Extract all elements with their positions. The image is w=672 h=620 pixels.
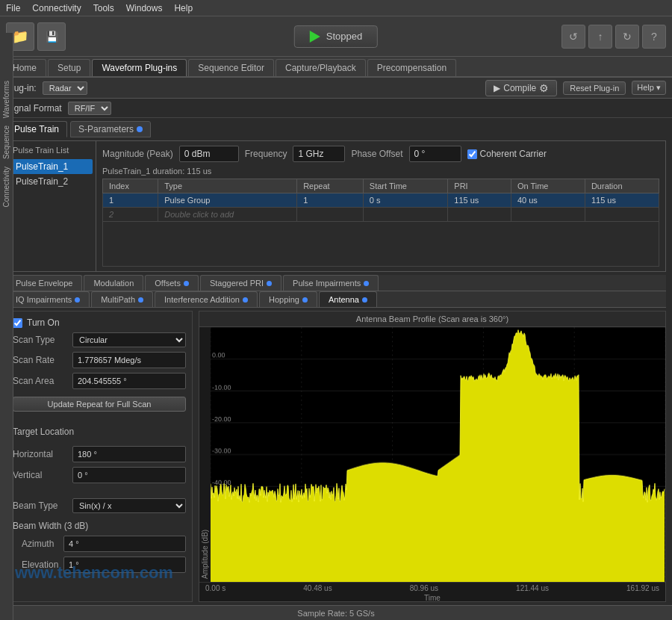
chart-plot — [211, 327, 665, 582]
horizontal-row: Horizontal — [13, 446, 186, 462]
left-tab-connectivity[interactable]: Connectivity — [1, 164, 12, 210]
tab-precompensation[interactable]: Precompensation — [367, 59, 456, 76]
scan-rate-input[interactable] — [72, 352, 186, 368]
compile-icon: ▶ — [494, 83, 500, 93]
cell-repeat-0: 1 — [297, 193, 364, 208]
btab-hopping[interactable]: Hopping — [259, 291, 317, 307]
btab-iq-impairments[interactable]: IQ Impairments — [6, 291, 90, 307]
status-text: Sample Rate: 5 GS/s — [297, 609, 374, 618]
menu-tools[interactable]: Tools — [87, 1, 120, 15]
col-duration: Duration — [585, 179, 659, 193]
reset-plugin-button[interactable]: Reset Plug-in — [563, 81, 626, 95]
btab-multipath[interactable]: MultiPath — [91, 291, 153, 307]
target-location-label: Target Location — [13, 427, 186, 437]
coherent-carrier-checkbox-label[interactable]: Coherent Carrier — [467, 149, 547, 159]
tab-s-parameters[interactable]: S-Parameters — [70, 121, 151, 137]
pulse-item-0[interactable]: PulseTrain_1 — [10, 159, 93, 174]
tab-setup[interactable]: Setup — [48, 59, 90, 76]
beam-width-label: Beam Width (3 dB) — [13, 521, 186, 531]
scan-area-label: Scan Area — [13, 376, 72, 386]
elevation-input[interactable] — [63, 557, 186, 573]
coherent-carrier-label: Coherent Carrier — [480, 149, 547, 159]
azimuth-label: Azimuth — [13, 539, 63, 549]
table-row-add[interactable]: 2 Double click to add — [103, 208, 659, 222]
left-tab-sequence[interactable]: Sequence — [1, 123, 12, 162]
plugin-bar: Plug-in: Radar ▶ Compile ⚙ Reset Plug-in… — [0, 78, 672, 99]
antenna-controls: Turn On Scan Type Circular Scan Rate Sca… — [6, 311, 193, 602]
signal-format-select[interactable]: RF/IF — [68, 102, 111, 115]
cell-pri-0: 115 us — [448, 193, 511, 208]
scan-rate-row: Scan Rate — [13, 352, 186, 368]
cell-dur-0: 115 us — [585, 193, 659, 208]
coherent-carrier-checkbox[interactable] — [467, 149, 477, 159]
menu-windows[interactable]: Windows — [120, 1, 169, 15]
frequency-label: Frequency — [245, 149, 287, 159]
x-tick-3: 121.44 us — [516, 584, 549, 592]
compile-button[interactable]: ▶ Compile ⚙ — [485, 80, 557, 96]
azimuth-input[interactable] — [63, 536, 186, 552]
tab-waveform-plugins[interactable]: Waveform Plug-ins — [92, 59, 187, 76]
hopping-dot — [302, 297, 308, 303]
play-icon — [310, 31, 320, 43]
frequency-input[interactable] — [293, 146, 345, 162]
scan-area-input[interactable] — [72, 373, 186, 389]
help-circle-button[interactable]: ? — [642, 25, 666, 49]
reset-button[interactable]: ↻ — [615, 25, 639, 49]
iq-dot — [75, 297, 80, 303]
scan-rate-label: Scan Rate — [13, 355, 72, 365]
pulse-table: Index Type Repeat Start Time PRI On Time… — [102, 179, 659, 222]
refresh-circle-button[interactable]: ↺ — [561, 25, 585, 49]
cell-start-0: 0 s — [363, 193, 447, 208]
magnitude-input[interactable] — [179, 146, 239, 162]
pulse-list-header: Pulse Train List — [10, 144, 93, 156]
turn-on-checkbox[interactable] — [13, 318, 22, 328]
btab-modulation[interactable]: Modulation — [84, 275, 143, 291]
scan-type-label: Scan Type — [13, 335, 72, 345]
signal-format-bar: Signal Format RF/IF — [0, 99, 672, 118]
cell-index-1: 2 — [103, 208, 158, 222]
help-button[interactable]: Help ▾ — [632, 81, 666, 95]
azimuth-row: Azimuth — [13, 536, 186, 552]
plugin-select[interactable]: Radar — [43, 81, 87, 95]
multipath-dot — [138, 297, 143, 303]
vertical-input[interactable] — [72, 467, 186, 483]
toolbar-right: ↺ ↑ ↻ ? — [561, 25, 666, 49]
col-pri: PRI — [448, 179, 511, 193]
arrow-up-button[interactable]: ↑ — [588, 25, 612, 49]
btab-pulse-envelope[interactable]: Pulse Envelope — [6, 275, 82, 291]
btab-antenna[interactable]: Antenna — [319, 291, 377, 307]
save-button[interactable]: 💾 — [37, 22, 66, 51]
table-row[interactable]: 1 Pulse Group 1 0 s 115 us 40 us 115 us — [103, 193, 659, 208]
antenna-chart-area: Antenna Beam Profile (Scan area is 360°)… — [199, 311, 666, 602]
phase-input[interactable] — [409, 146, 461, 162]
horizontal-label: Horizontal — [13, 449, 72, 459]
x-tick-4: 161.92 us — [626, 584, 659, 592]
menu-connectivity[interactable]: Connectivity — [26, 1, 87, 15]
stop-button[interactable]: Stopped — [294, 25, 378, 48]
col-on-time: On Time — [511, 179, 585, 193]
scan-type-row: Scan Type Circular — [13, 332, 186, 347]
left-tab-waveforms[interactable]: Waveforms — [1, 78, 12, 121]
col-repeat: Repeat — [297, 179, 364, 193]
magnitude-label: Magnitude (Peak) — [102, 149, 173, 159]
tab-sequence-editor[interactable]: Sequence Editor — [188, 59, 274, 76]
menu-help[interactable]: Help — [168, 1, 199, 15]
pulse-params-row: Magnitude (Peak) Frequency Phase Offset … — [102, 146, 659, 162]
compile-label: Compile — [503, 83, 536, 93]
beam-type-select[interactable]: Sin(x) / x — [72, 498, 186, 513]
btab-offsets[interactable]: Offsets — [145, 275, 199, 291]
tab-pulse-train[interactable]: Pulse Train — [6, 121, 67, 137]
cell-type-1[interactable]: Double click to add — [158, 208, 297, 222]
tab-capture-playback[interactable]: Capture/Playback — [276, 59, 366, 76]
pulse-item-1[interactable]: PulseTrain_2 — [10, 174, 93, 189]
chart-title: Antenna Beam Profile (Scan area is 360°) — [199, 311, 665, 327]
btab-staggered-pri[interactable]: Staggered PRI — [200, 275, 281, 291]
status-bar: Sample Rate: 5 GS/s — [0, 605, 672, 620]
menu-file[interactable]: File — [0, 1, 26, 15]
btab-pulse-impairments[interactable]: Pulse Impairments — [283, 275, 379, 291]
antenna-dot — [362, 297, 367, 303]
update-repeat-button[interactable]: Update Repeat for Full Scan — [13, 397, 186, 412]
horizontal-input[interactable] — [72, 446, 186, 462]
btab-interference[interactable]: Interference Addition — [155, 291, 258, 307]
scan-type-select[interactable]: Circular — [72, 332, 186, 347]
